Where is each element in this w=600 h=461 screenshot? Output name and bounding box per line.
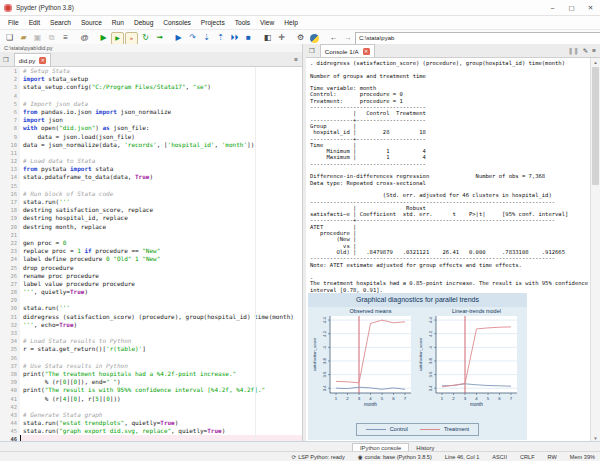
python-env-icon[interactable] <box>308 32 321 45</box>
run-selection-icon[interactable]: ➟ <box>153 32 166 45</box>
working-directory-combo[interactable]: C:\stata\pyab ▾ <box>355 32 600 45</box>
menu-file[interactable]: File <box>3 19 24 26</box>
console-options-icon[interactable]: ≡ <box>592 47 596 54</box>
svg-text:4.4: 4.4 <box>429 316 434 323</box>
step-into-icon[interactable]: ⇣ <box>200 32 213 45</box>
editor-options-icon[interactable]: ≡ <box>294 56 298 63</box>
code-line: 8with open("did.json") as json_file: <box>0 124 302 132</box>
scrollbar-thumb[interactable] <box>592 67 599 185</box>
code-line: 32''', echo=True) <box>0 321 302 329</box>
svg-text:month: month <box>364 401 377 406</box>
code-text <box>20 329 23 337</box>
svg-text:3: 3 <box>358 395 361 400</box>
debug-file-icon[interactable]: ▶ <box>172 32 185 45</box>
svg-text:7: 7 <box>510 395 513 400</box>
menu-edit[interactable]: Edit <box>24 19 45 26</box>
close-button[interactable]: ✕ <box>581 0 600 15</box>
charts-row: Observed means3.43.63.844.24.41234567mon… <box>308 307 527 421</box>
code-text: stata.run("estat trendplots", quietly=Tr… <box>20 419 178 427</box>
file-switcher-icon[interactable]: ≡ <box>59 32 72 45</box>
code-text: gen proc = 0 <box>20 239 66 247</box>
menu-debug[interactable]: Debug <box>129 19 158 26</box>
stata-plot-panel: Graphical diagnostics for parallel trend… <box>308 293 527 440</box>
interrupt-kernel-icon[interactable]: ❚❚ <box>568 47 579 55</box>
browse-tabs-icon[interactable]: ❐ <box>0 56 12 64</box>
debug-stop-icon[interactable]: ■ <box>242 32 255 45</box>
svg-text:4: 4 <box>475 395 478 400</box>
menu-view[interactable]: View <box>255 19 279 26</box>
save-icon[interactable]: ▣ <box>31 32 44 45</box>
line-number: 31 <box>0 313 20 321</box>
menu-consoles[interactable]: Consoles <box>158 19 196 26</box>
layout-icon[interactable]: ◧ <box>261 32 274 45</box>
code-text: # Load Stata results to Python <box>20 337 131 345</box>
run-cell-icon[interactable]: ▶ <box>111 32 124 45</box>
code-line: 45stata.run("graph export did.svg, repla… <box>0 427 302 435</box>
line-number: 8 <box>0 124 20 132</box>
legend-item-control: Control <box>366 426 408 432</box>
line-number: 23 <box>0 247 20 255</box>
svg-text:2: 2 <box>346 395 349 400</box>
code-text: destring month, replace <box>20 223 106 231</box>
new-file-icon[interactable]: ❏ <box>3 32 16 45</box>
minimize-button[interactable]: – <box>543 0 562 15</box>
code-line: 16# Run block of Stata code <box>0 190 302 198</box>
scroll-up-icon[interactable]: ▲ <box>591 58 600 66</box>
open-file-icon[interactable]: ▰ <box>17 32 30 45</box>
browse-tabs-icon[interactable]: ❐ <box>306 47 318 55</box>
forward-icon[interactable]: → <box>341 32 354 45</box>
find-symbols-icon[interactable]: @ <box>78 32 91 45</box>
code-text: stata.run(''' <box>20 198 70 206</box>
code-line: 42 <box>0 403 302 411</box>
svg-text:5: 5 <box>381 395 384 400</box>
env-status: ◉conda: base (Python 3.8.5) <box>358 454 432 460</box>
code-text: % (r[0][0]), end=" ") <box>20 378 121 386</box>
tab-did-py[interactable]: did.py ✕ <box>14 53 52 66</box>
svg-text:satisfaction_score: satisfaction_score <box>312 337 317 371</box>
eol-status: CRLF <box>520 454 535 460</box>
code-editor[interactable]: 1# Setup Stata2import stata_setup3stata_… <box>0 67 302 442</box>
editor-tab-bar: ❐ did.py ✕ ≡ <box>0 53 302 67</box>
console-output[interactable]: . didregress (satisfaction_score) (proce… <box>306 58 600 293</box>
save-all-icon[interactable]: ⧉ <box>45 32 58 45</box>
close-icon[interactable]: ✕ <box>39 57 46 64</box>
back-icon[interactable]: ← <box>327 32 340 45</box>
menu-run[interactable]: Run <box>107 19 129 26</box>
code-text: import json <box>20 116 63 124</box>
svg-text:3.8: 3.8 <box>429 357 434 364</box>
code-line: 13from pystata import stata <box>0 165 302 173</box>
legend-label: Control <box>390 426 408 432</box>
line-number: 34 <box>0 337 20 345</box>
maximize-pane-icon[interactable]: ✛ <box>275 32 288 45</box>
console-scrollbar[interactable]: ▲ ▼ <box>590 58 600 442</box>
svg-text:4.2: 4.2 <box>429 330 434 337</box>
run-cell-advance-icon[interactable]: » <box>125 32 138 45</box>
menu-source[interactable]: Source <box>76 19 107 26</box>
svg-text:3.6: 3.6 <box>429 371 434 378</box>
step-out-icon[interactable]: ⇡ <box>214 32 227 45</box>
run-file-icon[interactable]: ▶ <box>97 32 110 45</box>
close-icon[interactable]: ✕ <box>363 48 370 55</box>
code-line: 41 % (r[4][0], r[5][0])) <box>0 395 302 403</box>
svg-text:6: 6 <box>392 395 395 400</box>
rerun-cell-icon[interactable]: ↻ <box>139 32 152 45</box>
tab-console-1a[interactable]: Console 1/A ✕ <box>320 44 375 57</box>
maximize-button[interactable]: ▢ <box>562 0 581 15</box>
menu-help[interactable]: Help <box>279 19 303 26</box>
line-number: 3 <box>0 83 20 91</box>
code-line: 26rename proc procedure <box>0 272 302 280</box>
preferences-icon[interactable]: ⚙ <box>294 32 307 45</box>
menu-projects[interactable]: Projects <box>196 19 230 26</box>
menu-search[interactable]: Search <box>45 19 76 26</box>
debug-continue-icon[interactable]: ⏵⏵ <box>228 32 241 45</box>
code-text: destring hospital_id, replace <box>20 214 128 222</box>
menu-tools[interactable]: Tools <box>230 19 255 26</box>
menu-bar: FileEditSearchSourceRunDebugConsolesProj… <box>0 16 600 30</box>
inspect-icon[interactable]: ✎ <box>583 47 588 55</box>
console-tab-label: Console 1/A <box>325 48 359 55</box>
step-over-icon[interactable]: ↷ <box>186 32 199 45</box>
code-text: data = json_normalize(data, 'records', [… <box>20 141 254 149</box>
line-number: 15 <box>0 182 20 190</box>
line-number: 5 <box>0 100 20 108</box>
code-line: 7import json <box>0 116 302 124</box>
